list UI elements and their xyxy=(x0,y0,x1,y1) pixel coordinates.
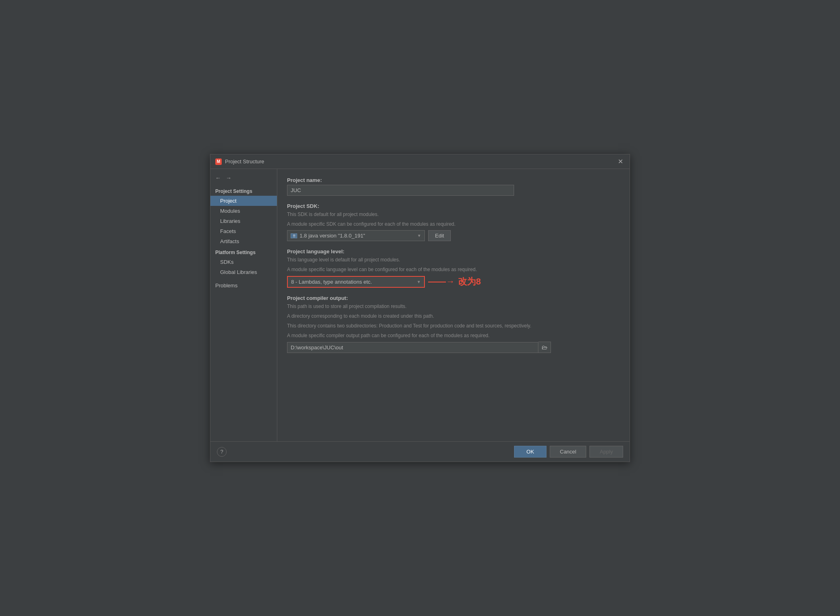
project-sdk-label: Project SDK: xyxy=(287,203,620,209)
close-button[interactable]: ✕ xyxy=(616,157,625,167)
project-name-group: Project name: xyxy=(287,177,620,196)
title-bar-left: M Project Structure xyxy=(215,158,264,165)
sdk-row: ☰ 1.8 java version "1.8.0_191" ▼ Edit xyxy=(287,230,620,241)
project-sdk-group: Project SDK: This SDK is default for all… xyxy=(287,203,620,241)
bottom-right: OK Cancel Apply xyxy=(514,446,623,458)
sdk-icon: ☰ xyxy=(291,233,297,238)
compiler-desc3: This directory contains two subdirectori… xyxy=(287,322,620,329)
back-button[interactable]: ← xyxy=(214,174,223,182)
sidebar-item-sdks[interactable]: SDKs xyxy=(210,257,277,267)
sidebar-item-global-libraries[interactable]: Global Libraries xyxy=(210,267,277,277)
title-bar: M Project Structure ✕ xyxy=(210,154,630,169)
compiler-output-group: Project compiler output: This path is us… xyxy=(287,295,620,353)
sdk-select-inner: ☰ 1.8 java version "1.8.0_191" xyxy=(291,233,365,239)
sidebar-item-facets[interactable]: Facets xyxy=(210,226,277,236)
sdk-desc1: This SDK is default for all project modu… xyxy=(287,211,620,218)
project-name-input[interactable] xyxy=(287,185,514,196)
lang-desc2: A module specific language level can be … xyxy=(287,266,620,273)
app-icon: M xyxy=(215,158,222,165)
nav-arrows: ← → xyxy=(210,172,277,185)
project-structure-dialog: M Project Structure ✕ ← → Project Settin… xyxy=(210,154,630,462)
sidebar-item-artifacts[interactable]: Artifacts xyxy=(210,236,277,246)
project-name-label: Project name: xyxy=(287,177,620,183)
apply-button[interactable]: Apply xyxy=(589,446,623,458)
red-arrow-icon: ——→ xyxy=(428,276,455,287)
main-panel: Project name: Project SDK: This SDK is d… xyxy=(277,169,630,441)
lang-desc1: This language level is default for all p… xyxy=(287,256,620,263)
sdk-dropdown[interactable]: ☰ 1.8 java version "1.8.0_191" ▼ xyxy=(287,230,425,241)
project-settings-group-label: Project Settings xyxy=(210,187,277,196)
bottom-bar: ? OK Cancel Apply xyxy=(210,441,630,462)
output-path-row: 🗁 xyxy=(287,342,620,353)
forward-button[interactable]: → xyxy=(224,174,233,182)
sdk-value: 1.8 java version "1.8.0_191" xyxy=(300,233,365,239)
cancel-button[interactable]: Cancel xyxy=(550,446,586,458)
sidebar: ← → Project Settings Project Modules Lib… xyxy=(210,169,277,441)
browse-folder-button[interactable]: 🗁 xyxy=(538,342,551,353)
compiler-output-label: Project compiler output: xyxy=(287,295,620,301)
folder-icon: 🗁 xyxy=(542,344,547,351)
lang-level-dropdown[interactable]: 8 - Lambdas, type annotations etc. ▼ xyxy=(287,276,425,288)
annotation-area: ——→ 改为8 xyxy=(428,276,481,288)
main-content-area: ← → Project Settings Project Modules Lib… xyxy=(210,169,630,441)
sdk-edit-button[interactable]: Edit xyxy=(428,230,451,241)
ok-button[interactable]: OK xyxy=(514,446,546,458)
dialog-title: Project Structure xyxy=(225,158,264,165)
bottom-left: ? xyxy=(217,447,227,457)
compiler-desc4: A module specific compiler output path c… xyxy=(287,332,620,339)
sidebar-item-modules[interactable]: Modules xyxy=(210,206,277,216)
compiler-desc2: A directory corresponding to each module… xyxy=(287,312,620,320)
project-lang-group: Project language level: This language le… xyxy=(287,248,620,288)
sdk-chevron-icon: ▼ xyxy=(417,233,421,238)
platform-settings-group-label: Platform Settings xyxy=(210,248,277,257)
help-button[interactable]: ? xyxy=(217,447,227,457)
lang-level-value: 8 - Lambdas, type annotations etc. xyxy=(291,279,372,285)
project-lang-label: Project language level: xyxy=(287,248,620,255)
lang-chevron-icon: ▼ xyxy=(417,280,421,284)
annotation-text: 改为8 xyxy=(458,276,481,288)
sidebar-item-project[interactable]: Project xyxy=(210,196,277,206)
sidebar-item-problems[interactable]: Problems xyxy=(210,280,277,291)
sdk-desc2: A module specific SDK can be configured … xyxy=(287,220,620,228)
compiler-output-input[interactable] xyxy=(287,342,538,353)
sidebar-item-libraries[interactable]: Libraries xyxy=(210,216,277,226)
compiler-desc1: This path is used to store all project c… xyxy=(287,303,620,310)
